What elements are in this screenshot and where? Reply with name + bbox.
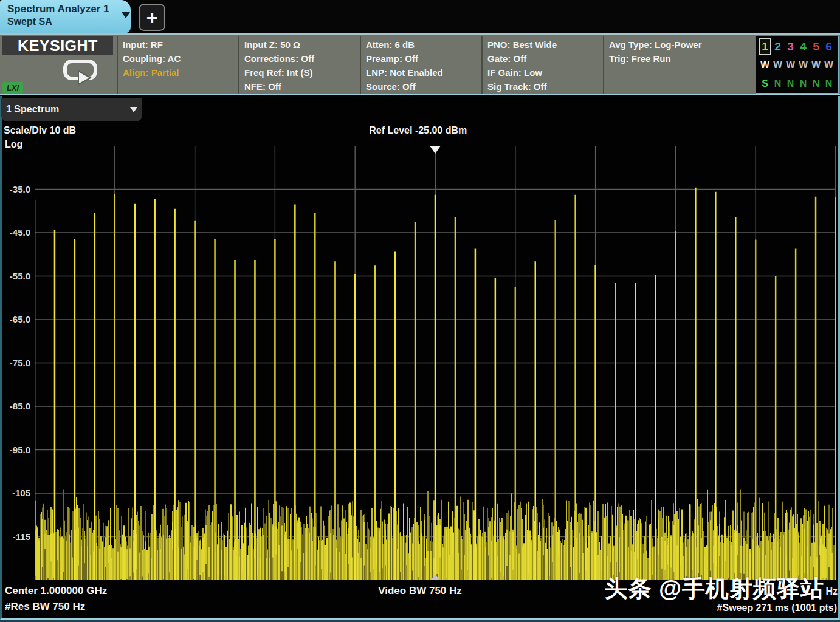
trace-status-row: 123456 bbox=[759, 38, 838, 55]
trace-number-4[interactable]: 4 bbox=[797, 38, 810, 55]
settings-line: Source: Off bbox=[366, 80, 480, 94]
brand-strip: KEYSIGHT bbox=[2, 36, 113, 55]
trace-status-panel: 123456WWWWWWSNNNNN bbox=[756, 36, 839, 94]
trace-type-1[interactable]: W bbox=[759, 55, 771, 74]
tab-title: Spectrum Analyzer 1 bbox=[7, 2, 125, 16]
y-axis-label: -95.0 bbox=[1, 445, 30, 455]
tab-spectrum-analyzer-1[interactable]: Spectrum Analyzer 1 Swept SA bbox=[0, 0, 131, 33]
y-axis-label: -35.0 bbox=[1, 184, 30, 194]
settings-column-1[interactable]: Input: RFCoupling: ACAlign: Partial bbox=[117, 36, 237, 94]
trace-status-row: WWWWWW bbox=[759, 55, 838, 74]
brand-panel: KEYSIGHT LXI bbox=[1, 36, 116, 94]
continuous-sweep-icon bbox=[62, 59, 100, 86]
trace-status-row: SNNNNN bbox=[759, 74, 838, 93]
y-axis-label: -105 bbox=[1, 488, 30, 498]
trace-selector-dropdown[interactable]: 1 Spectrum bbox=[1, 98, 142, 121]
trace-number-2[interactable]: 2 bbox=[771, 38, 784, 55]
settings-line: Sig Track: Off bbox=[487, 80, 602, 94]
settings-line: Corrections: Off bbox=[244, 52, 359, 66]
settings-line: IF Gain: Low bbox=[487, 66, 602, 80]
settings-line: Freq Ref: Int (S) bbox=[244, 66, 359, 80]
trace-selector-label: 1 Spectrum bbox=[6, 104, 59, 115]
settings-line: Input Z: 50 Ω bbox=[244, 38, 359, 52]
settings-column-4[interactable]: PNO: Best WideGate: OffIF Gain: LowSig T… bbox=[481, 36, 602, 94]
settings-line: Gate: Off bbox=[487, 52, 602, 66]
trace-detector-2[interactable]: N bbox=[771, 74, 784, 93]
spectrum-analyzer-window: Spectrum Analyzer 1 Swept SA + KEYSIGHT … bbox=[0, 0, 840, 622]
trace-detector-5[interactable]: N bbox=[810, 74, 822, 93]
trace-number-1[interactable]: 1 bbox=[759, 38, 771, 55]
center-frequency-label[interactable]: Center 1.000000 GHz bbox=[5, 585, 107, 597]
y-axis-label: -85.0 bbox=[1, 401, 30, 411]
settings-line: Input: RF bbox=[123, 38, 237, 52]
trace-number-3[interactable]: 3 bbox=[784, 38, 797, 55]
y-axis-label: -45.0 bbox=[1, 227, 30, 238]
settings-line: Coupling: AC bbox=[123, 52, 237, 66]
settings-line: PNO: Best Wide bbox=[487, 38, 602, 52]
res-bw-label[interactable]: #Res BW 750 Hz bbox=[5, 601, 85, 613]
settings-line: NFE: Off bbox=[244, 80, 359, 94]
chevron-down-icon bbox=[130, 107, 137, 112]
window-border bbox=[0, 620, 840, 622]
lxi-badge: LXI bbox=[2, 82, 23, 94]
settings-column-3[interactable]: Atten: 6 dBPreamp: OffLNP: Not EnabledSo… bbox=[360, 36, 480, 94]
settings-column-5[interactable]: Avg Type: Log-PowerTrig: Free Run bbox=[603, 36, 754, 94]
trace-type-4[interactable]: W bbox=[797, 55, 810, 74]
settings-line: Avg Type: Log-Power bbox=[609, 38, 754, 52]
y-axis-label: -115 bbox=[1, 531, 30, 542]
settings-bar: KEYSIGHT LXI Input: RFCoupling: ACAlign:… bbox=[0, 33, 840, 95]
add-tab-button[interactable]: + bbox=[139, 4, 165, 31]
ref-level-label[interactable]: Ref Level -25.00 dBm bbox=[369, 125, 467, 136]
tab-bar: Spectrum Analyzer 1 Swept SA + bbox=[0, 0, 840, 33]
trace-type-3[interactable]: W bbox=[784, 55, 797, 74]
y-axis-label: -75.0 bbox=[1, 358, 30, 368]
trace-number-5[interactable]: 5 bbox=[810, 38, 822, 55]
chevron-down-icon[interactable] bbox=[122, 12, 130, 18]
tab-subtitle: Swept SA bbox=[7, 16, 125, 28]
trace-type-2[interactable]: W bbox=[771, 55, 784, 74]
keysight-logo: KEYSIGHT bbox=[18, 37, 98, 54]
settings-line: LNP: Not Enabled bbox=[366, 66, 480, 80]
trace-detector-1[interactable]: S bbox=[759, 74, 771, 93]
y-axis-label: -55.0 bbox=[1, 271, 30, 281]
settings-line: Align: Partial bbox=[123, 66, 237, 80]
trace-number-6[interactable]: 6 bbox=[822, 38, 835, 55]
settings-column-2[interactable]: Input Z: 50 ΩCorrections: OffFreq Ref: I… bbox=[238, 36, 359, 94]
trace-detector-3[interactable]: N bbox=[784, 74, 797, 93]
scale-div-label[interactable]: Scale/Div 10 dB bbox=[4, 125, 76, 136]
y-axis-label: -65.0 bbox=[1, 314, 30, 324]
scale-type-label: Log bbox=[5, 139, 22, 150]
watermark-text: 头条 @手机射频驿站 bbox=[604, 573, 824, 604]
video-bw-label[interactable]: Video BW 750 Hz bbox=[378, 585, 462, 597]
span-label-fragment: Hz bbox=[825, 586, 838, 597]
settings-line: Trig: Free Run bbox=[609, 52, 754, 66]
settings-line: Atten: 6 dB bbox=[366, 38, 480, 52]
trace-detector-4[interactable]: N bbox=[797, 74, 810, 93]
settings-line: Preamp: Off bbox=[366, 52, 480, 66]
trace-type-6[interactable]: W bbox=[822, 55, 835, 74]
trace-detector-6[interactable]: N bbox=[822, 74, 835, 93]
trace-type-5[interactable]: W bbox=[810, 55, 822, 74]
spectrum-plot[interactable] bbox=[35, 146, 836, 580]
